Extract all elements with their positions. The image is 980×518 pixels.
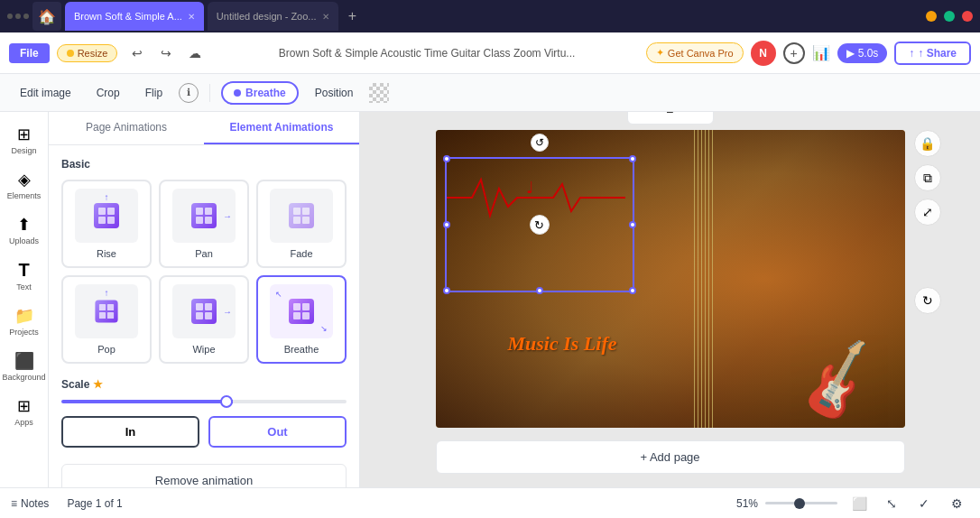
pan-preview: → xyxy=(172,189,236,243)
zoom-controls: 51% xyxy=(736,497,837,510)
get-canva-pro-button[interactable]: ✦ Get Canva Pro xyxy=(646,42,744,63)
info-button[interactable]: ℹ xyxy=(179,83,199,103)
rotate-element-icon[interactable]: ↻ xyxy=(914,287,941,314)
zoom-slider[interactable] xyxy=(765,502,837,504)
minimize-button[interactable] xyxy=(926,11,937,22)
animation-fade[interactable]: Fade xyxy=(256,180,347,268)
resize-button[interactable]: Resize xyxy=(57,44,118,62)
animation-rise[interactable]: ↑ Rise xyxy=(61,180,152,268)
sidebar-item-projects[interactable]: 📁 Projects xyxy=(4,301,45,342)
document-title: Brown Soft & Simple Acoustic Time Guitar… xyxy=(215,47,639,60)
sidebar-item-text[interactable]: T Text xyxy=(4,254,45,297)
string-5 xyxy=(708,130,709,428)
remove-animation-button[interactable]: Remove animation xyxy=(61,464,347,487)
position-button[interactable]: Position xyxy=(306,82,363,104)
panel-tabs: Page Animations Element Animations xyxy=(49,112,359,145)
tab-page-animations[interactable]: Page Animations xyxy=(49,112,204,144)
rise-label: Rise xyxy=(97,248,116,259)
sidebar-item-uploads[interactable]: ⬆ Uploads xyxy=(4,209,45,251)
string-6 xyxy=(712,130,713,428)
in-button[interactable]: In xyxy=(61,416,199,448)
animation-panel: Page Animations Element Animations Basic… xyxy=(49,112,360,487)
background-icon: ⬛ xyxy=(14,351,34,371)
transparency-button[interactable] xyxy=(369,83,389,103)
sidebar-item-elements[interactable]: ◈ Elements xyxy=(4,164,45,206)
slider-container xyxy=(61,400,347,403)
cloud-button[interactable]: ☁ xyxy=(182,41,208,66)
home-tab[interactable]: 🏠 xyxy=(32,2,61,31)
zoom-track xyxy=(765,502,837,504)
tab-2[interactable]: Untitled design - Zoo... ✕ xyxy=(208,2,338,31)
in-out-buttons: In Out xyxy=(61,416,347,448)
heartbeat-svg: ♩ xyxy=(445,175,625,220)
settings-button[interactable]: ⚙ xyxy=(944,491,969,516)
copy-icon[interactable]: ⧉ xyxy=(914,164,941,191)
tab-1[interactable]: Brown Soft & Simple A... ✕ xyxy=(65,2,204,31)
out-button[interactable]: Out xyxy=(208,416,347,448)
sidebar-item-background[interactable]: ⬛ Background xyxy=(4,346,45,387)
undo-button[interactable]: ↩ xyxy=(125,41,150,66)
breathe-animation-button[interactable]: Breathe xyxy=(221,81,299,105)
animation-pan[interactable]: → Pan xyxy=(159,180,249,268)
star-icon: ✦ xyxy=(656,47,664,59)
check-button[interactable]: ✓ xyxy=(911,491,937,516)
breathe-preview: ↖ ↘ xyxy=(270,284,333,338)
projects-icon: 📁 xyxy=(14,306,34,326)
uploads-icon: ⬆ xyxy=(17,215,31,235)
tab-1-label: Brown Soft & Simple A... xyxy=(74,11,182,22)
delete-button[interactable]: 🗑 xyxy=(659,112,682,120)
fit-page-button[interactable]: ⬜ xyxy=(846,491,872,516)
more-options-button[interactable]: ••• xyxy=(686,112,709,120)
sidebar-item-apps[interactable]: ⊞ Apps xyxy=(4,391,45,432)
sidebar-label-apps: Apps xyxy=(14,418,33,427)
flip-button[interactable]: Flip xyxy=(136,82,171,104)
edit-image-button[interactable]: Edit image xyxy=(11,82,80,104)
breathe-label-card: Breathe xyxy=(284,344,319,355)
tab-1-close[interactable]: ✕ xyxy=(188,12,195,22)
crop-button[interactable]: Crop xyxy=(88,82,129,104)
add-tab-button[interactable]: + xyxy=(342,5,364,27)
user-avatar[interactable]: N xyxy=(751,41,776,66)
sidebar-item-design[interactable]: ⊞ Design xyxy=(4,119,45,161)
rise-arrow-icon: ↑ xyxy=(105,192,109,202)
animation-breathe[interactable]: ↖ ↘ Breathe xyxy=(256,275,347,364)
canvas-area[interactable]: ⧉ 🗑 ••• xyxy=(360,112,980,487)
animation-pop[interactable]: ↑ Pop xyxy=(61,275,152,364)
sidebar-label-uploads: Uploads xyxy=(9,236,39,245)
lock-icon[interactable]: 🔒 xyxy=(914,130,941,157)
scale-slider[interactable] xyxy=(61,400,347,403)
bottom-bar: ≡ Notes Page 1 of 1 51% ⬜ ⤡ ✓ ⚙ xyxy=(0,487,980,518)
play-button[interactable]: ▶ 5.0s xyxy=(837,43,888,63)
layer-button[interactable]: ⧉ xyxy=(632,112,655,120)
file-button[interactable]: File xyxy=(9,43,50,63)
top-bar: 🏠 Brown Soft & Simple A... ✕ Untitled de… xyxy=(0,0,980,32)
redo-button[interactable]: ↪ xyxy=(153,41,179,66)
window-controls xyxy=(926,11,973,22)
animation-wipe[interactable]: → Wipe xyxy=(159,275,249,364)
main-area: ⊞ Design ◈ Elements ⬆ Uploads T Text 📁 P… xyxy=(0,112,980,487)
animation-grid: ↑ Rise → Pan xyxy=(61,180,347,364)
sidebar-label-elements: Elements xyxy=(7,191,42,200)
expand-icon[interactable]: ⤢ xyxy=(914,199,941,226)
string-1 xyxy=(694,130,695,428)
play-icon: ▶ xyxy=(846,47,855,60)
design-icon: ⊞ xyxy=(17,125,31,144)
pop-arrow-icon: ↑ xyxy=(105,288,109,298)
fade-box xyxy=(289,203,314,228)
rise-preview: ↑ xyxy=(75,189,138,243)
tab-element-animations[interactable]: Element Animations xyxy=(204,112,359,144)
add-page-button[interactable]: + Add page xyxy=(436,440,905,474)
notes-button[interactable]: ≡ Notes xyxy=(11,497,49,510)
rise-box xyxy=(94,203,119,228)
fullscreen-button[interactable]: ⤡ xyxy=(879,491,904,516)
close-button[interactable] xyxy=(962,11,973,22)
notes-label: Notes xyxy=(21,497,49,510)
chart-button[interactable]: 📊 xyxy=(812,44,830,61)
fade-preview xyxy=(270,189,333,243)
tab-2-close[interactable]: ✕ xyxy=(322,12,329,22)
add-collaborator-button[interactable]: + xyxy=(783,42,805,64)
pop-label: Pop xyxy=(97,344,116,355)
elements-icon: ◈ xyxy=(18,170,31,190)
share-button[interactable]: ↑ ↑ Share xyxy=(894,42,971,65)
maximize-button[interactable] xyxy=(944,11,955,22)
